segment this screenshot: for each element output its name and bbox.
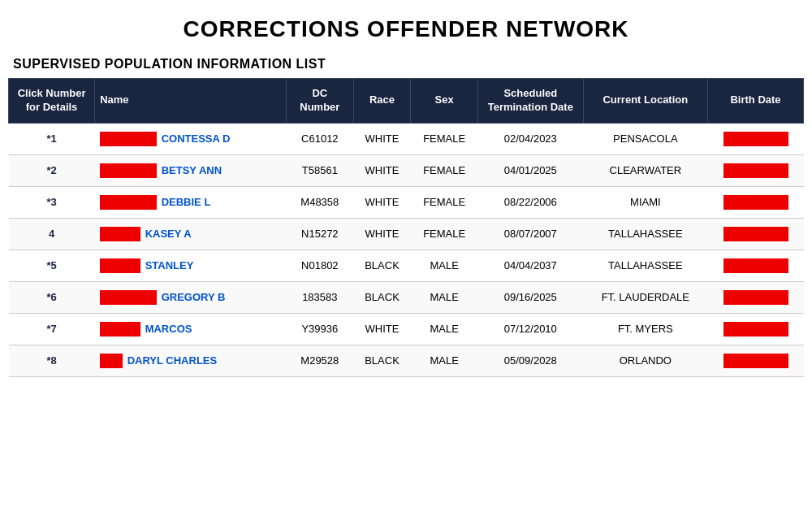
header-location: Current Location <box>583 79 707 124</box>
offender-link[interactable]: *8 <box>46 354 56 367</box>
sex-cell: MALE <box>411 281 478 313</box>
location-cell: PENSACOLA <box>583 123 707 154</box>
offender-link[interactable]: *7 <box>46 323 56 335</box>
click-number-cell[interactable]: *3 <box>9 186 95 218</box>
location-cell: TALLAHASSEE <box>583 218 707 250</box>
table-row: *6GREGORY B183583BLACKMALE09/16/2025FT. … <box>9 281 804 313</box>
first-name: STANLEY <box>145 259 194 271</box>
dc-number-cell: Y39936 <box>287 313 354 345</box>
first-name: DARYL CHARLES <box>127 354 218 367</box>
redacted-birth-date <box>723 258 788 273</box>
table-row: *2BETSY ANNT58561WHITEFEMALE04/01/2025CL… <box>9 154 804 186</box>
name-cell: GREGORY B <box>95 281 287 313</box>
first-name: CONTESSA D <box>162 132 231 145</box>
offender-link[interactable]: *1 <box>46 132 56 145</box>
location-cell: CLEARWATER <box>583 154 707 186</box>
offender-link[interactable]: *5 <box>46 259 56 271</box>
sex-cell: MALE <box>411 313 478 345</box>
birth-date-cell <box>708 345 804 376</box>
table-row: *3DEBBIE LM48358WHITEFEMALE08/22/2006MIA… <box>9 186 804 218</box>
name-cell: MARCOS <box>95 313 287 345</box>
termination-date-cell: 08/22/2006 <box>477 186 583 218</box>
redacted-last-name <box>100 195 157 210</box>
birth-date-cell <box>708 281 804 313</box>
birth-date-cell <box>708 218 804 250</box>
dc-number-cell: M48358 <box>287 186 354 218</box>
click-number-cell[interactable]: *6 <box>9 281 95 313</box>
race-cell: WHITE <box>353 186 411 218</box>
click-number-cell[interactable]: *1 <box>9 123 95 154</box>
birth-date-cell <box>708 154 804 186</box>
sex-cell: MALE <box>411 250 478 281</box>
first-name: GREGORY B <box>162 291 226 303</box>
sex-cell: FEMALE <box>411 154 478 186</box>
redacted-birth-date <box>723 195 788 210</box>
race-cell: WHITE <box>353 123 411 154</box>
click-number-cell[interactable]: *5 <box>9 250 95 281</box>
offender-link[interactable]: *2 <box>46 164 56 176</box>
offender-link[interactable]: *3 <box>46 196 56 208</box>
header-name: Name <box>95 79 287 124</box>
sex-cell: FEMALE <box>411 123 478 154</box>
location-cell: ORLANDO <box>583 345 707 376</box>
termination-date-cell: 04/01/2025 <box>477 154 583 186</box>
click-number-cell[interactable]: *8 <box>9 345 95 376</box>
dc-number-cell: 183583 <box>287 281 354 313</box>
section-title: SUPERVISED POPULATION INFORMATION LIST <box>0 50 812 78</box>
race-cell: BLACK <box>353 281 411 313</box>
redacted-birth-date <box>723 354 788 368</box>
termination-date-cell: 08/07/2007 <box>477 218 583 250</box>
birth-date-cell <box>708 123 804 154</box>
birth-date-cell <box>708 186 804 218</box>
table-row: *8DARYL CHARLESM29528BLACKMALE05/09/2028… <box>9 345 804 376</box>
location-cell: TALLAHASSEE <box>583 250 707 281</box>
click-number-cell[interactable]: 4 <box>9 218 95 250</box>
dc-number-cell: N15272 <box>287 218 354 250</box>
redacted-last-name <box>100 322 140 336</box>
redacted-birth-date <box>723 227 788 241</box>
click-number-cell[interactable]: *2 <box>9 154 95 186</box>
redacted-last-name <box>100 258 140 273</box>
page-title: CORRECTIONS OFFENDER NETWORK <box>0 0 812 50</box>
header-sex: Sex <box>411 79 478 124</box>
sex-cell: FEMALE <box>411 186 478 218</box>
dc-number-cell: N01802 <box>287 250 354 281</box>
name-cell: CONTESSA D <box>95 123 287 154</box>
race-cell: WHITE <box>353 313 411 345</box>
name-cell: KASEY A <box>95 218 287 250</box>
dc-number-cell: M29528 <box>287 345 354 376</box>
race-cell: BLACK <box>353 345 411 376</box>
redacted-birth-date <box>723 163 788 178</box>
location-cell: FT. MYERS <box>583 313 707 345</box>
termination-date-cell: 09/16/2025 <box>477 281 583 313</box>
name-cell: BETSY ANN <box>95 154 287 186</box>
dc-number-cell: C61012 <box>287 123 354 154</box>
name-cell: DARYL CHARLES <box>95 345 287 376</box>
header-dc: DC Number <box>287 79 354 124</box>
termination-date-cell: 07/12/2010 <box>477 313 583 345</box>
redacted-birth-date <box>723 290 788 305</box>
redacted-last-name <box>100 132 157 146</box>
birth-date-cell <box>708 313 804 345</box>
click-number-cell[interactable]: *7 <box>9 313 95 345</box>
first-name: DEBBIE L <box>162 196 211 208</box>
termination-date-cell: 02/04/2023 <box>477 123 583 154</box>
sex-cell: MALE <box>411 345 478 376</box>
header-birth: Birth Date <box>708 79 804 124</box>
header-click: Click Number for Details <box>9 79 95 124</box>
race-cell: WHITE <box>353 218 411 250</box>
name-cell: DEBBIE L <box>95 186 287 218</box>
first-name: MARCOS <box>145 323 192 335</box>
sex-cell: FEMALE <box>411 218 478 250</box>
offender-link[interactable]: 4 <box>49 228 54 240</box>
header-term: Scheduled Termination Date <box>477 79 583 124</box>
redacted-birth-date <box>723 322 788 336</box>
table-row: *1CONTESSA DC61012WHITEFEMALE02/04/2023P… <box>9 123 804 154</box>
dc-number-cell: T58561 <box>287 154 354 186</box>
offender-link[interactable]: *6 <box>46 291 56 303</box>
birth-date-cell <box>708 250 804 281</box>
redacted-birth-date <box>723 132 788 146</box>
first-name: KASEY A <box>145 228 192 240</box>
redacted-last-name <box>100 354 123 368</box>
offender-table: Click Number for Details Name DC Number … <box>8 78 804 377</box>
